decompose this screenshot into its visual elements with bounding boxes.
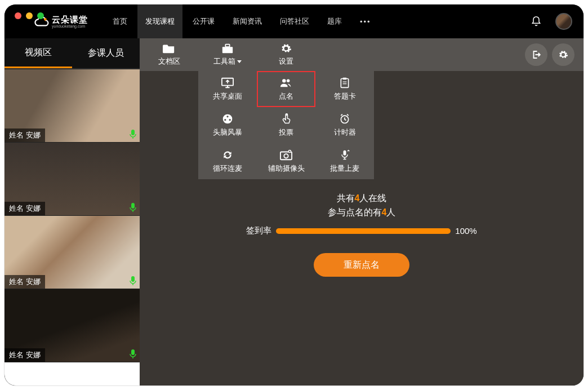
- clipboard-icon: [338, 77, 351, 88]
- folder-icon: [163, 43, 175, 54]
- participant-name: 姓名 安娜: [5, 348, 45, 362]
- roll-call-stats: 共有4人在线 参与点名的有4人 签到率 100% 重新点名: [226, 190, 497, 277]
- logo-subtext: yunduoketang.com: [52, 24, 88, 28]
- roll-call-item[interactable]: 点名: [257, 71, 315, 107]
- brainstorm-item[interactable]: 头脑风暴: [198, 107, 257, 143]
- participant-name: 姓名 安娜: [5, 275, 45, 289]
- cycle-icon: [221, 149, 234, 161]
- mic-on-icon: [130, 130, 136, 139]
- nav-discover[interactable]: 发现课程: [137, 5, 182, 38]
- settings-button[interactable]: 设置: [257, 38, 315, 71]
- svg-rect-21: [344, 150, 346, 155]
- gear-icon: [280, 43, 292, 54]
- video-sidebar: 视频区 参课人员 姓名 安娜 姓名 安娜 姓名 安娜 姓名 安娜: [5, 38, 140, 385]
- progress-bar: [276, 228, 451, 234]
- svg-point-13: [226, 116, 228, 117]
- aux-camera-item[interactable]: 辅助摄像头: [257, 143, 315, 179]
- video-tile[interactable]: 姓名 安娜: [5, 289, 140, 362]
- gear-icon: [558, 50, 568, 60]
- svg-rect-2: [131, 203, 135, 209]
- rate-percent: 100%: [455, 226, 476, 236]
- body: 视频区 参课人员 姓名 安娜 姓名 安娜 姓名 安娜 姓名 安娜: [5, 38, 583, 385]
- svg-point-16: [286, 113, 287, 115]
- tab-attendees[interactable]: 参课人员: [72, 38, 140, 68]
- timer-item[interactable]: 计时器: [315, 107, 374, 143]
- nav-more[interactable]: •••: [352, 5, 379, 38]
- mic-up-icon: [338, 149, 351, 161]
- rate-label: 签到率: [246, 225, 271, 236]
- reel-icon: [221, 113, 234, 125]
- toolbox-button[interactable]: 工具箱: [198, 38, 257, 71]
- nav-news[interactable]: 新闻资讯: [225, 5, 270, 38]
- vote-item[interactable]: 投票: [257, 107, 315, 143]
- sidebar-tabs: 视频区 参课人员: [5, 38, 140, 69]
- exit-icon: [531, 50, 541, 60]
- toolbox-label: 工具箱: [213, 56, 242, 67]
- touch-icon: [280, 113, 292, 125]
- joined-line: 参与点名的有4人: [226, 207, 497, 219]
- window-controls: [15, 12, 44, 19]
- svg-rect-5: [222, 47, 233, 53]
- online-line: 共有4人在线: [226, 193, 497, 205]
- camera-plus-icon: [280, 149, 292, 161]
- svg-point-9: [287, 79, 290, 82]
- mic-on-icon: [130, 203, 136, 212]
- main-area: 文档区 工具箱 设置: [140, 38, 583, 385]
- config-button[interactable]: [552, 43, 574, 66]
- video-tile[interactable]: 姓名 安娜: [5, 142, 140, 215]
- svg-rect-6: [225, 45, 229, 47]
- doc-area-label: 文档区: [158, 56, 180, 67]
- svg-point-14: [224, 119, 226, 121]
- cycle-mic-item[interactable]: 循环连麦: [198, 143, 257, 179]
- video-tile[interactable]: 姓名 安娜: [5, 215, 140, 289]
- svg-rect-4: [131, 349, 135, 355]
- svg-point-0: [44, 18, 47, 21]
- logo-text: 云朵课堂: [52, 15, 88, 24]
- toolbox-icon: [221, 43, 234, 54]
- exit-button[interactable]: [525, 43, 547, 66]
- svg-rect-10: [341, 78, 348, 87]
- minimize-window-icon[interactable]: [26, 12, 33, 19]
- share-desktop-item[interactable]: 共享桌面: [198, 71, 257, 107]
- participant-name: 姓名 安娜: [5, 202, 45, 215]
- video-tile[interactable]: 姓名 安娜: [5, 69, 140, 142]
- progress-row: 签到率 100%: [226, 225, 497, 236]
- tab-video-area[interactable]: 视频区: [5, 38, 72, 68]
- participant-name: 姓名 安娜: [5, 128, 45, 142]
- monitor-share-icon: [221, 77, 234, 88]
- svg-rect-1: [131, 130, 135, 135]
- alarm-icon: [338, 113, 351, 125]
- close-window-icon[interactable]: [15, 12, 21, 19]
- maximize-window-icon[interactable]: [37, 12, 44, 19]
- mic-on-icon: [130, 276, 136, 285]
- nav-home[interactable]: 首页: [105, 5, 135, 38]
- doc-area-button[interactable]: 文档区: [140, 38, 198, 71]
- settings-label: 设置: [279, 56, 293, 67]
- mic-on-icon: [130, 349, 136, 358]
- answer-card-item[interactable]: 答题卡: [315, 71, 374, 107]
- video-tile-empty: [5, 362, 140, 385]
- nav-qa[interactable]: 问答社区: [272, 5, 317, 38]
- restart-roll-call-button[interactable]: 重新点名: [314, 253, 409, 277]
- people-icon: [280, 77, 292, 88]
- nav-public-class[interactable]: 公开课: [185, 5, 222, 38]
- app-window: 云朵课堂 yunduoketang.com 首页 发现课程 公开课 新闻资讯 问…: [5, 5, 583, 385]
- svg-rect-11: [343, 77, 347, 79]
- caret-down-icon: [237, 60, 242, 63]
- svg-rect-3: [131, 276, 135, 282]
- top-nav: 云朵课堂 yunduoketang.com 首页 发现课程 公开课 新闻资讯 问…: [5, 5, 583, 38]
- user-avatar[interactable]: [555, 13, 572, 30]
- toolbox-dropdown: 共享桌面 点名 答题卡 头脑风暴 投票: [198, 71, 374, 179]
- svg-point-19: [284, 154, 288, 158]
- svg-point-8: [282, 79, 286, 82]
- notification-bell-icon[interactable]: [528, 14, 544, 29]
- nav-bank[interactable]: 题库: [319, 5, 350, 38]
- video-list: 姓名 安娜 姓名 安娜 姓名 安娜 姓名 安娜: [5, 69, 140, 385]
- batch-mic-item[interactable]: 批量上麦: [315, 143, 374, 179]
- main-toolbar: 文档区 工具箱 设置: [140, 38, 583, 71]
- svg-point-15: [229, 119, 231, 121]
